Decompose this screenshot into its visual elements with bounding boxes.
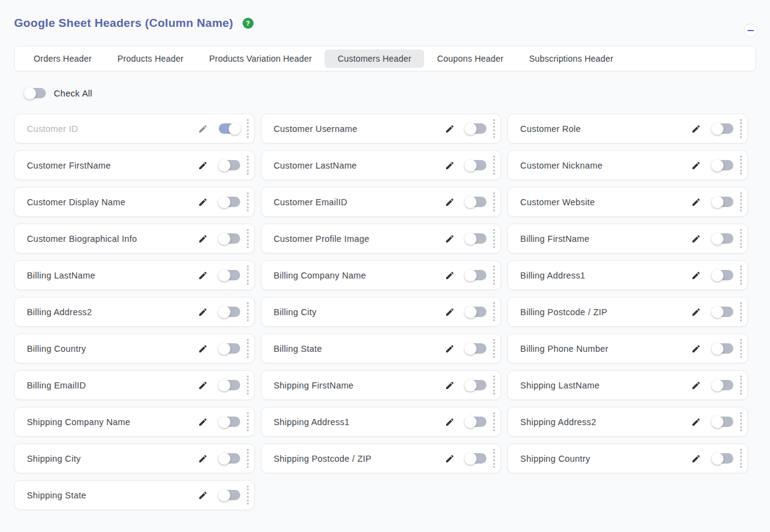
edit-pencil-icon[interactable]: [691, 307, 702, 317]
edit-pencil-icon[interactable]: [444, 380, 455, 390]
drag-handle-icon[interactable]: [247, 486, 249, 505]
edit-pencil-icon[interactable]: [198, 197, 208, 207]
drag-handle-icon[interactable]: [740, 412, 743, 431]
field-toggle[interactable]: [712, 380, 733, 390]
field-toggle[interactable]: [219, 160, 240, 170]
drag-handle-icon[interactable]: [740, 376, 743, 395]
drag-handle-icon[interactable]: [740, 339, 743, 358]
drag-handle-icon[interactable]: [247, 119, 249, 138]
drag-handle-icon[interactable]: [247, 192, 249, 211]
field-toggle[interactable]: [219, 343, 240, 354]
edit-pencil-icon[interactable]: [691, 417, 702, 427]
field-toggle[interactable]: [465, 160, 486, 170]
help-icon[interactable]: ?: [243, 18, 254, 29]
edit-pencil-icon[interactable]: [198, 490, 208, 500]
edit-pencil-icon[interactable]: [444, 270, 455, 280]
tab-customers-header[interactable]: Customers Header: [324, 49, 424, 68]
edit-pencil-icon[interactable]: [198, 453, 208, 464]
drag-handle-icon[interactable]: [740, 229, 743, 248]
edit-pencil-icon[interactable]: [444, 343, 455, 354]
edit-pencil-icon[interactable]: [198, 233, 208, 244]
field-toggle[interactable]: [465, 343, 486, 354]
field-toggle[interactable]: [219, 417, 240, 427]
field-toggle[interactable]: [712, 160, 733, 170]
tab-products-variation-header[interactable]: Products Variation Header: [196, 49, 324, 68]
edit-pencil-icon[interactable]: [198, 380, 208, 390]
drag-handle-icon[interactable]: [247, 449, 249, 468]
field-toggle[interactable]: [219, 307, 240, 317]
field-toggle[interactable]: [712, 233, 733, 244]
field-toggle[interactable]: [465, 307, 486, 317]
drag-handle-icon[interactable]: [247, 302, 249, 321]
edit-pencil-icon[interactable]: [691, 380, 702, 390]
drag-handle-icon[interactable]: [493, 192, 496, 211]
edit-pencil-icon[interactable]: [198, 307, 208, 317]
field-toggle[interactable]: [219, 197, 240, 207]
field-toggle[interactable]: [219, 380, 240, 390]
collapse-button[interactable]: [744, 23, 758, 37]
field-toggle[interactable]: [465, 380, 486, 390]
drag-handle-icon[interactable]: [247, 156, 249, 175]
drag-handle-icon[interactable]: [493, 449, 496, 468]
field-toggle[interactable]: [219, 270, 240, 280]
field-toggle[interactable]: [465, 197, 486, 207]
field-toggle[interactable]: [219, 233, 240, 244]
edit-pencil-icon[interactable]: [691, 453, 702, 464]
drag-handle-icon[interactable]: [740, 192, 743, 211]
tab-coupons-header[interactable]: Coupons Header: [424, 49, 516, 68]
tab-products-header[interactable]: Products Header: [105, 49, 196, 68]
field-toggle[interactable]: [219, 490, 240, 500]
drag-handle-icon[interactable]: [740, 119, 743, 138]
edit-pencil-icon[interactable]: [444, 160, 455, 170]
drag-handle-icon[interactable]: [247, 339, 249, 358]
edit-pencil-icon[interactable]: [198, 343, 208, 354]
edit-pencil-icon[interactable]: [444, 233, 455, 244]
field-toggle[interactable]: [465, 270, 486, 280]
drag-handle-icon[interactable]: [493, 156, 496, 175]
field-toggle[interactable]: [712, 307, 733, 317]
tab-orders-header[interactable]: Orders Header: [21, 49, 105, 68]
drag-handle-icon[interactable]: [247, 229, 249, 248]
edit-pencil-icon[interactable]: [691, 233, 702, 244]
edit-pencil-icon[interactable]: [691, 123, 702, 134]
edit-pencil-icon[interactable]: [198, 160, 208, 170]
edit-pencil-icon[interactable]: [691, 197, 702, 207]
check-all-toggle[interactable]: [24, 88, 46, 98]
field-toggle[interactable]: [712, 417, 733, 427]
field-toggle[interactable]: [465, 417, 486, 427]
drag-handle-icon[interactable]: [493, 302, 496, 321]
drag-handle-icon[interactable]: [493, 229, 496, 248]
drag-handle-icon[interactable]: [740, 302, 743, 321]
drag-handle-icon[interactable]: [247, 266, 249, 285]
field-toggle[interactable]: [465, 233, 486, 244]
edit-pencil-icon[interactable]: [691, 160, 702, 170]
drag-handle-icon[interactable]: [493, 339, 496, 358]
field-toggle[interactable]: [712, 343, 733, 354]
field-toggle[interactable]: [712, 270, 733, 280]
drag-handle-icon[interactable]: [493, 266, 496, 285]
field-toggle[interactable]: [712, 197, 733, 207]
edit-pencil-icon[interactable]: [198, 417, 208, 427]
field-toggle[interactable]: [219, 123, 240, 134]
drag-handle-icon[interactable]: [493, 376, 496, 395]
edit-pencil-icon[interactable]: [691, 343, 702, 354]
edit-pencil-icon[interactable]: [198, 123, 208, 134]
edit-pencil-icon[interactable]: [444, 417, 455, 427]
drag-handle-icon[interactable]: [740, 156, 743, 175]
edit-pencil-icon[interactable]: [444, 453, 455, 464]
drag-handle-icon[interactable]: [493, 412, 496, 431]
field-toggle[interactable]: [465, 453, 486, 464]
drag-handle-icon[interactable]: [247, 412, 249, 431]
drag-handle-icon[interactable]: [493, 119, 496, 138]
edit-pencil-icon[interactable]: [444, 307, 455, 317]
drag-handle-icon[interactable]: [740, 266, 743, 285]
edit-pencil-icon[interactable]: [444, 197, 455, 207]
drag-handle-icon[interactable]: [740, 449, 743, 468]
field-toggle[interactable]: [712, 123, 733, 134]
drag-handle-icon[interactable]: [247, 376, 249, 395]
edit-pencil-icon[interactable]: [198, 270, 208, 280]
field-toggle[interactable]: [219, 453, 240, 464]
field-toggle[interactable]: [712, 453, 733, 464]
edit-pencil-icon[interactable]: [444, 123, 455, 134]
field-toggle[interactable]: [465, 123, 486, 134]
